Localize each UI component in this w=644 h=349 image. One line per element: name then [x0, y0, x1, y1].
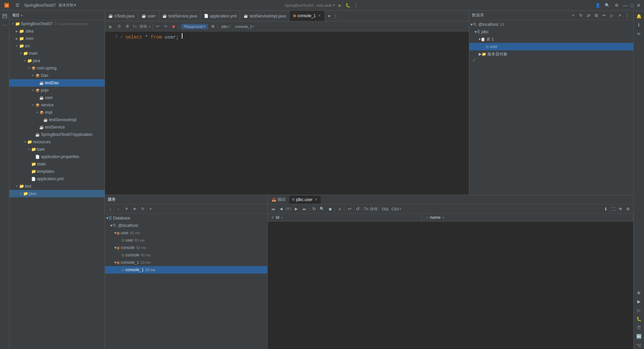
more-run-options[interactable]: ⋮ [353, 2, 359, 9]
svc-database-root[interactable]: ▾ 🗄 Database [105, 214, 267, 222]
tab-testservice[interactable]: ☕ testService.java [159, 11, 201, 21]
run-config-label[interactable]: SpringBootTest07...extLoads [285, 3, 332, 7]
tree-impl[interactable]: ▾ 📦 impl [9, 109, 105, 116]
tab-appyml[interactable]: 📄 application.yml [201, 11, 240, 21]
db-settings-btn[interactable]: ↗ [616, 12, 623, 19]
right-run-icon[interactable]: ▷ [635, 306, 643, 314]
db-add-btn[interactable]: + [570, 12, 577, 19]
result-add-row-btn[interactable]: + [336, 206, 343, 212]
tree-test[interactable]: ▾ 📁 test [9, 183, 105, 190]
undo-btn[interactable]: ↩ [155, 23, 161, 30]
right-terminal-icon[interactable]: ▶ [635, 297, 643, 305]
svc-user-query[interactable]: ▾ ▣ user 65 ms [105, 229, 267, 237]
tree-src[interactable]: ▾ 📁 src [9, 42, 105, 50]
result-next-btn[interactable]: ▶ [293, 206, 300, 212]
db-run-btn[interactable]: ▷ [608, 12, 615, 19]
grid-btn[interactable]: ⊞ [210, 23, 216, 30]
db-user-table[interactable]: ▶ ⊞ user [469, 43, 633, 50]
right-structure-icon[interactable]: 🔤 [635, 332, 643, 340]
result-rollback-btn[interactable]: ↺ [354, 206, 361, 212]
result-find-btn[interactable]: 🔍 [319, 206, 325, 212]
db-localhost[interactable]: ▾ 🔌 @localhost 1/8 [469, 21, 633, 28]
right-debug-icon[interactable]: 🐛 [635, 315, 643, 323]
version-control-label[interactable]: 版本控制 ▾ [59, 3, 76, 8]
maximize-button[interactable]: □ [629, 3, 635, 8]
tree-templates[interactable]: ▶ 📁 templates [9, 168, 105, 175]
debug-btn[interactable]: 🐛 [344, 2, 351, 9]
svc-up-icon[interactable]: ↑ [115, 206, 122, 212]
result-first-btn[interactable]: ⏮ [270, 206, 276, 212]
jdbc-btn[interactable]: jdbc ▾ [220, 23, 232, 30]
result-tab-close[interactable]: ✕ [314, 197, 318, 202]
svc-reorder-icon[interactable]: ↕ [107, 206, 114, 212]
search-everywhere-icon[interactable]: 🔍 [604, 2, 610, 9]
tree-com-spring[interactable]: ▾ 📦 com.spring [9, 64, 105, 72]
svc-eye-icon[interactable]: 👁 [131, 206, 138, 212]
tree-dao[interactable]: ▾ 📦 Dao [9, 72, 105, 79]
tree-testservice[interactable]: ▶ ☕ testService [9, 123, 105, 131]
export-arrow[interactable]: ▾ [400, 207, 401, 211]
tabs-more-btn[interactable]: ⋮ [332, 13, 339, 19]
sidebar-dots-icon[interactable]: ⋯ [1, 21, 9, 29]
result-download-btn[interactable]: ⬇ [602, 206, 609, 212]
tree-resources[interactable]: ▾ 📁 resources [9, 138, 105, 146]
tab-console1[interactable]: ▣ console_1 ✕ [289, 11, 325, 21]
timer-btn[interactable]: ⏱ [116, 23, 122, 30]
tree-testdao[interactable]: ▶ ☕ testDao [9, 79, 105, 87]
tree-java-main[interactable]: ▾ 📁 java [9, 57, 105, 64]
playground-button[interactable]: Playground ▾ [181, 24, 208, 29]
result-last-btn[interactable]: ⏭ [301, 206, 308, 212]
db-edit-btn[interactable]: ✏ [601, 12, 607, 19]
result-output-tab[interactable]: 📤 输出 [269, 196, 288, 204]
db-table-btn[interactable]: ⊞ [593, 12, 600, 19]
tabs-overflow-btn[interactable]: ▾ [326, 13, 332, 19]
tree-mvn[interactable]: ▶ 📁 .mvn [9, 35, 105, 42]
tree-user-class[interactable]: ▶ ☕ user [9, 94, 105, 101]
result-settings-btn[interactable]: ⚙ [625, 206, 631, 212]
close-button[interactable]: ✕ [636, 3, 641, 8]
redo-btn[interactable]: ↪ [163, 23, 168, 30]
svc-localhost[interactable]: ▾ 🔌 @localhost [105, 222, 267, 229]
svc-user-result[interactable]: ▶ ⊞ user 65 ms [105, 237, 267, 244]
col-name[interactable]: □ name ÷ [422, 214, 633, 221]
hamburger-menu-icon[interactable]: ☰ [13, 1, 21, 9]
settings-btn[interactable]: ⚙ [124, 23, 130, 30]
right-info-icon[interactable]: i [635, 21, 643, 29]
tree-main[interactable]: ▾ 📁 main [9, 50, 105, 57]
tx-value[interactable]: 自动 [140, 24, 147, 29]
svc-console1-result[interactable]: ▶ ⊞ console_1 23 ms [105, 266, 267, 273]
tab-testserviceimpl[interactable]: ☕ testServiceImpl.java [240, 11, 289, 21]
tree-idea[interactable]: ▶ 📁 .idea [9, 28, 105, 35]
result-export-icon[interactable]: CSV [392, 206, 398, 212]
svc-console-result[interactable]: ▶ ⊞ console 42 ms [105, 251, 267, 259]
tree-app-yml[interactable]: ▶ 📄 application.yml [9, 175, 105, 183]
result-eye-btn[interactable]: 👁 [617, 206, 624, 212]
result-refresh-btn[interactable]: ↻ [311, 206, 317, 212]
db-sync-btn[interactable]: ⇄ [585, 12, 592, 19]
tree-testserviceimpl[interactable]: ▶ ☕ testServiceImpl [9, 116, 105, 123]
results-table-area[interactable]: # id ÷ □ name ÷ [268, 214, 633, 349]
db-refresh-btn[interactable]: ↻ [578, 12, 584, 19]
minimize-button[interactable]: — [623, 3, 628, 8]
result-revert-btn[interactable]: ↩ [346, 206, 353, 212]
result-prev-btn[interactable]: ◀ [278, 206, 284, 212]
result-fullscreen-btn[interactable]: ⛶ [610, 206, 616, 212]
db-jdbc[interactable]: ▾ 🗄 jdbc [469, 28, 633, 36]
console-label-btn[interactable]: console_1 ▾ [234, 23, 256, 30]
editor-content[interactable]: 1 ✓ select * from user; [105, 32, 469, 195]
stop-btn[interactable]: ⏹ [170, 23, 177, 30]
svc-console1-query[interactable]: ▾ ▣ console_1 23 ms [105, 259, 267, 266]
svc-console-query[interactable]: ▾ ▣ console 42 ms [105, 244, 267, 251]
tree-java-test[interactable]: ▾ 📁 java [9, 190, 105, 197]
tab-console1-close[interactable]: ✕ [317, 13, 321, 18]
db-filter-btn[interactable]: ⋮ [624, 12, 631, 19]
tree-root[interactable]: ▾ 📁 SpringBootTest07 C:\Users\Administra… [9, 20, 105, 28]
tx-chevron[interactable]: ▾ [149, 25, 151, 28]
result-data-tab[interactable]: ⊞ jdbc.user ✕ [289, 196, 321, 204]
tree-bark[interactable]: ▾ 📁 bark [9, 146, 105, 153]
tree-static[interactable]: ▶ 📁 static [9, 160, 105, 168]
result-stop-btn[interactable]: ⏹ [327, 206, 333, 212]
tree-pojo[interactable]: ▾ 📦 pojo [9, 87, 105, 94]
result-ddl-btn[interactable]: DDL [380, 205, 390, 213]
svc-refresh-icon[interactable]: ↻ [139, 206, 146, 212]
